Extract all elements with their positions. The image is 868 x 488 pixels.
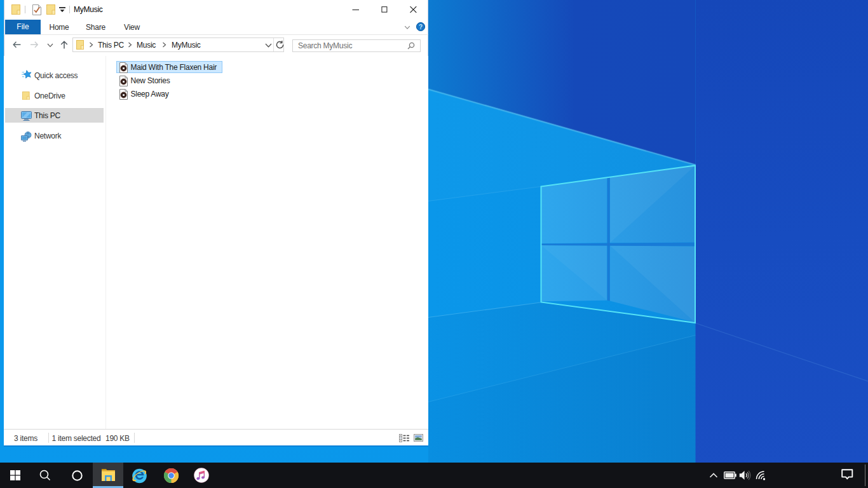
svg-text:?: ?	[418, 23, 422, 30]
